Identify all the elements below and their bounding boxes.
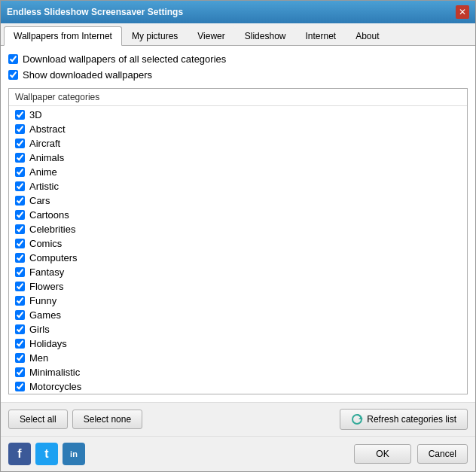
- category-checkbox[interactable]: [15, 124, 25, 134]
- content-area: Download wallpapers of all selected cate…: [1, 46, 475, 402]
- category-checkbox[interactable]: [15, 167, 25, 177]
- footer: f t in OK Cancel: [1, 436, 475, 471]
- category-label: Motorcycles: [29, 381, 81, 392]
- category-label: Abstract: [29, 123, 66, 135]
- category-checkbox[interactable]: [15, 367, 25, 377]
- list-item[interactable]: Cars: [9, 193, 467, 208]
- refresh-button[interactable]: Refresh categories list: [340, 409, 468, 430]
- list-item[interactable]: Cartoons: [9, 208, 467, 222]
- category-label: Anime: [29, 166, 57, 178]
- category-checkbox[interactable]: [15, 239, 25, 248]
- list-item[interactable]: Celebrities: [9, 222, 467, 236]
- category-checkbox[interactable]: [15, 253, 25, 263]
- list-item[interactable]: Girls: [9, 322, 467, 336]
- select-all-button[interactable]: Select all: [8, 410, 68, 429]
- category-label: Comics: [29, 238, 62, 249]
- ok-button[interactable]: OK: [354, 444, 410, 464]
- tab-my-pictures[interactable]: My pictures: [122, 26, 188, 45]
- window-title: Endless Slideshow Screensaver Settings: [7, 7, 183, 17]
- social-icons: f t in: [8, 443, 85, 465]
- tab-bar: Wallpapers from Internet My pictures Vie…: [1, 23, 475, 46]
- title-bar: Endless Slideshow Screensaver Settings ✕: [1, 1, 475, 23]
- category-label: Funny: [29, 295, 56, 306]
- category-label: Aircraft: [29, 138, 60, 149]
- categories-header: Wallpaper categories: [9, 89, 467, 106]
- category-checkbox[interactable]: [15, 196, 25, 206]
- tab-viewer[interactable]: Viewer: [188, 26, 234, 45]
- list-item[interactable]: Men: [9, 351, 467, 365]
- other-social-icon[interactable]: in: [63, 443, 85, 465]
- list-item[interactable]: Games: [9, 308, 467, 322]
- category-checkbox[interactable]: [15, 267, 25, 277]
- refresh-label: Refresh categories list: [367, 414, 456, 425]
- refresh-icon: [351, 413, 363, 425]
- list-item[interactable]: Holidays: [9, 336, 467, 351]
- category-checkbox[interactable]: [15, 382, 25, 391]
- category-label: Fantasy: [29, 266, 64, 278]
- twitter-icon[interactable]: t: [35, 443, 58, 465]
- category-checkbox[interactable]: [15, 324, 25, 334]
- category-label: Games: [29, 309, 61, 321]
- main-window: Endless Slideshow Screensaver Settings ✕…: [0, 0, 476, 472]
- show-checkbox-row: Show downloaded wallpapers: [8, 69, 468, 81]
- close-button[interactable]: ✕: [456, 5, 469, 19]
- list-item[interactable]: Flowers: [9, 279, 467, 294]
- category-label: Computers: [29, 252, 78, 263]
- tab-slideshow[interactable]: Slideshow: [235, 26, 296, 45]
- tab-internet[interactable]: Internet: [295, 26, 346, 45]
- download-label: Download wallpapers of all selected cate…: [23, 53, 226, 65]
- list-item[interactable]: Abstract: [9, 122, 467, 136]
- category-label: Celebrities: [29, 224, 75, 235]
- category-checkbox[interactable]: [15, 153, 25, 163]
- list-item[interactable]: Motorcycles: [9, 379, 467, 394]
- tab-wallpapers[interactable]: Wallpapers from Internet: [4, 26, 122, 46]
- categories-box: Wallpaper categories 3DAbstractAircraftA…: [8, 88, 468, 394]
- category-checkbox[interactable]: [15, 181, 25, 191]
- category-checkbox[interactable]: [15, 310, 25, 320]
- list-item[interactable]: Animals: [9, 151, 467, 165]
- list-item[interactable]: 3D: [9, 108, 467, 122]
- list-item[interactable]: Funny: [9, 294, 467, 308]
- list-item[interactable]: Aircraft: [9, 136, 467, 151]
- list-item[interactable]: Fantasy: [9, 265, 467, 279]
- category-label: Animals: [29, 152, 64, 163]
- category-label: Girls: [29, 324, 50, 335]
- bottom-buttons-bar: Select all Select none Refresh categorie…: [1, 402, 475, 436]
- list-item[interactable]: Comics: [9, 236, 467, 251]
- category-checkbox[interactable]: [15, 139, 25, 148]
- download-checkbox-row: Download wallpapers of all selected cate…: [8, 53, 468, 65]
- tab-about[interactable]: About: [346, 26, 389, 45]
- category-label: Minimalistic: [29, 367, 80, 378]
- category-checkbox[interactable]: [15, 224, 25, 234]
- category-checkbox[interactable]: [15, 210, 25, 220]
- list-item[interactable]: Artistic: [9, 179, 467, 193]
- cancel-button[interactable]: Cancel: [417, 444, 468, 464]
- categories-list[interactable]: 3DAbstractAircraftAnimalsAnimeArtisticCa…: [9, 106, 467, 394]
- list-item[interactable]: Minimalistic: [9, 365, 467, 379]
- category-label: Cartoons: [29, 209, 69, 221]
- category-checkbox[interactable]: [15, 110, 25, 120]
- show-label: Show downloaded wallpapers: [23, 69, 152, 81]
- category-checkbox[interactable]: [15, 296, 25, 306]
- show-checkbox[interactable]: [8, 70, 18, 80]
- category-label: 3D: [29, 109, 42, 120]
- category-checkbox[interactable]: [15, 282, 25, 291]
- category-label: Holidays: [29, 338, 67, 349]
- svg-marker-1: [359, 417, 363, 419]
- list-item[interactable]: Anime: [9, 165, 467, 179]
- category-label: Cars: [29, 195, 50, 206]
- select-none-button[interactable]: Select none: [72, 410, 142, 429]
- download-checkbox[interactable]: [8, 54, 18, 64]
- category-label: Flowers: [29, 281, 64, 292]
- footer-actions: OK Cancel: [354, 444, 468, 464]
- category-label: Men: [29, 352, 48, 364]
- category-checkbox[interactable]: [15, 353, 25, 363]
- list-item[interactable]: Computers: [9, 251, 467, 265]
- facebook-icon[interactable]: f: [8, 443, 31, 465]
- category-label: Artistic: [29, 181, 59, 192]
- category-checkbox[interactable]: [15, 339, 25, 349]
